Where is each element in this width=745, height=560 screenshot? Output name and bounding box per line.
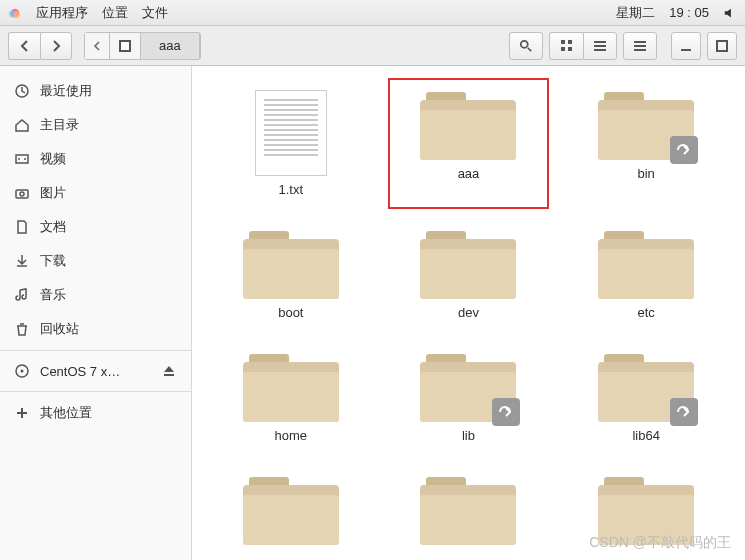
folder-item[interactable]: lib (390, 342, 548, 453)
music-icon (14, 287, 30, 303)
item-label: lib64 (632, 428, 659, 443)
video-icon (14, 151, 30, 167)
maximize-button[interactable] (707, 32, 737, 60)
svg-rect-22 (16, 190, 28, 198)
sidebar-item-1[interactable]: 主目录 (0, 108, 191, 142)
breadcrumb-current[interactable]: aaa (141, 33, 200, 59)
sidebar-item-label: CentOS 7 x… (40, 364, 120, 379)
svg-rect-4 (121, 42, 129, 50)
folder-icon (420, 90, 516, 160)
folder-item[interactable] (390, 465, 548, 560)
folder-icon (598, 352, 694, 422)
sidebar-item-5[interactable]: 下载 (0, 244, 191, 278)
trash-icon (14, 321, 30, 337)
symlink-badge-icon (670, 398, 698, 426)
disc-icon (14, 363, 30, 379)
menu-places[interactable]: 位置 (102, 4, 128, 22)
folder-item[interactable] (212, 465, 370, 560)
svg-point-5 (521, 40, 528, 47)
folder-icon (420, 229, 516, 299)
folder-item[interactable]: aaa (390, 80, 548, 207)
file-grid: 1.txtaaabinbootdevetchomeliblib64 (192, 66, 745, 560)
folder-icon (598, 90, 694, 160)
folder-item[interactable]: lib64 (567, 342, 725, 453)
sidebar-item-label: 回收站 (40, 320, 79, 338)
volume-icon[interactable] (723, 6, 737, 20)
svg-rect-15 (634, 49, 646, 51)
svg-rect-16 (681, 49, 691, 51)
minimize-button[interactable] (671, 32, 701, 60)
clock-day[interactable]: 星期二 (616, 4, 655, 22)
folder-item[interactable]: etc (567, 219, 725, 330)
sidebar-item-disc[interactable]: CentOS 7 x… (0, 355, 191, 387)
file-item[interactable]: 1.txt (212, 80, 370, 207)
item-label: aaa (458, 166, 480, 181)
breadcrumb: aaa (84, 32, 201, 60)
item-label: etc (637, 305, 654, 320)
sidebar-item-label: 其他位置 (40, 404, 92, 422)
breadcrumb-prev[interactable] (85, 33, 110, 59)
breadcrumb-disk-icon[interactable] (110, 33, 141, 59)
forward-button[interactable] (40, 32, 72, 60)
folder-icon (243, 475, 339, 545)
menu-apps[interactable]: 应用程序 (36, 4, 88, 22)
svg-point-25 (21, 370, 24, 373)
sidebar: 最近使用主目录视频图片文档下载音乐回收站 CentOS 7 x… 其他位置 (0, 66, 192, 560)
clock-icon (14, 83, 30, 99)
folder-item[interactable]: dev (390, 219, 548, 330)
view-icons-button[interactable] (549, 32, 583, 60)
sidebar-item-label: 图片 (40, 184, 66, 202)
svg-rect-6 (561, 40, 565, 44)
view-list-button[interactable] (583, 32, 617, 60)
sidebar-item-label: 视频 (40, 150, 66, 168)
folder-item[interactable]: boot (212, 219, 370, 330)
sidebar-item-label: 下载 (40, 252, 66, 270)
eject-icon[interactable] (161, 363, 177, 379)
symlink-badge-icon (492, 398, 520, 426)
menu-files[interactable]: 文件 (142, 4, 168, 22)
camera-icon (14, 185, 30, 201)
svg-rect-7 (568, 40, 572, 44)
sidebar-item-label: 文档 (40, 218, 66, 236)
folder-icon (420, 352, 516, 422)
menu-button[interactable] (623, 32, 657, 60)
folder-icon (598, 229, 694, 299)
svg-rect-26 (164, 374, 174, 376)
item-label: bin (637, 166, 654, 181)
svg-point-21 (24, 158, 26, 160)
svg-rect-9 (568, 47, 572, 51)
sidebar-item-0[interactable]: 最近使用 (0, 74, 191, 108)
folder-icon (243, 352, 339, 422)
text-file-icon (255, 90, 327, 176)
item-label: boot (278, 305, 303, 320)
sidebar-item-7[interactable]: 回收站 (0, 312, 191, 346)
item-label: dev (458, 305, 479, 320)
sidebar-item-label: 音乐 (40, 286, 66, 304)
svg-rect-11 (594, 45, 606, 47)
activities-icon (8, 6, 22, 20)
svg-point-23 (20, 192, 24, 196)
sidebar-item-2[interactable]: 视频 (0, 142, 191, 176)
folder-item[interactable]: home (212, 342, 370, 453)
download-icon (14, 253, 30, 269)
svg-point-2 (13, 11, 20, 18)
sidebar-item-label: 主目录 (40, 116, 79, 134)
sidebar-item-3[interactable]: 图片 (0, 176, 191, 210)
svg-point-20 (18, 158, 20, 160)
svg-rect-14 (634, 45, 646, 47)
search-button[interactable] (509, 32, 543, 60)
folder-icon (243, 229, 339, 299)
item-label: 1.txt (279, 182, 304, 197)
svg-rect-10 (594, 41, 606, 43)
svg-rect-13 (634, 41, 646, 43)
item-label: lib (462, 428, 475, 443)
toolbar: aaa (0, 26, 745, 66)
svg-rect-8 (561, 47, 565, 51)
sidebar-item-6[interactable]: 音乐 (0, 278, 191, 312)
back-button[interactable] (8, 32, 40, 60)
sidebar-item-other[interactable]: 其他位置 (0, 396, 191, 430)
clock-time[interactable]: 19 : 05 (669, 5, 709, 20)
sidebar-item-4[interactable]: 文档 (0, 210, 191, 244)
symlink-badge-icon (670, 136, 698, 164)
folder-item[interactable]: bin (567, 80, 725, 207)
